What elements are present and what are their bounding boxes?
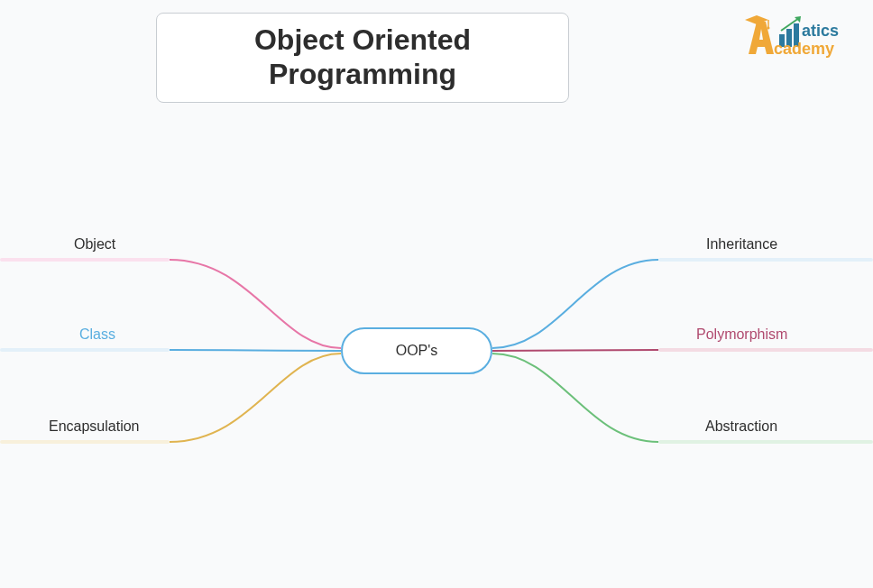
title-box: Object Oriented Programming — [156, 13, 569, 103]
node-underline-encapsulation — [0, 440, 170, 444]
svg-text:atics: atics — [802, 22, 839, 40]
node-underline-polymorphism — [658, 348, 873, 352]
page-title: Object Oriented Programming — [166, 23, 559, 92]
node-underline-object — [0, 258, 170, 262]
node-underline-abstraction — [658, 440, 873, 444]
node-class: Class — [79, 326, 115, 343]
central-node: OOP's — [341, 327, 492, 374]
node-inheritance: Inheritance — [706, 236, 777, 253]
node-encapsulation: Encapsulation — [49, 418, 140, 435]
central-node-label: OOP's — [396, 343, 438, 359]
svg-text:cademy: cademy — [774, 40, 834, 58]
node-abstraction: Abstraction — [705, 418, 777, 435]
node-polymorphism: Polymorphism — [696, 326, 787, 343]
node-underline-class — [0, 348, 170, 352]
node-underline-inheritance — [658, 258, 873, 262]
logo: atics cademy — [745, 11, 862, 67]
node-object: Object — [74, 236, 115, 253]
